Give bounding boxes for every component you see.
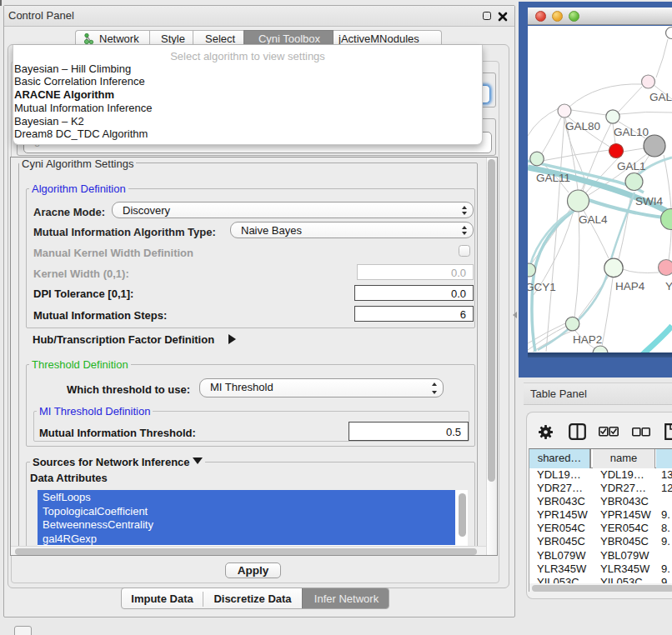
svg-text:HAP2: HAP2	[573, 333, 602, 346]
svg-text:GAL2: GAL2	[649, 91, 672, 103]
svg-text:GCY1: GCY1	[528, 281, 556, 293]
svg-text:GAL80: GAL80	[565, 120, 600, 132]
svg-text:GAL11: GAL11	[536, 172, 570, 184]
svg-text:GAL10: GAL10	[614, 126, 649, 138]
svg-text:GAL4: GAL4	[579, 213, 608, 226]
svg-text:YJ: YJ	[665, 280, 672, 292]
svg-text:HAP4: HAP4	[615, 280, 645, 292]
svg-text:SWI4: SWI4	[635, 195, 663, 208]
svg-text:GAL1: GAL1	[617, 160, 646, 172]
